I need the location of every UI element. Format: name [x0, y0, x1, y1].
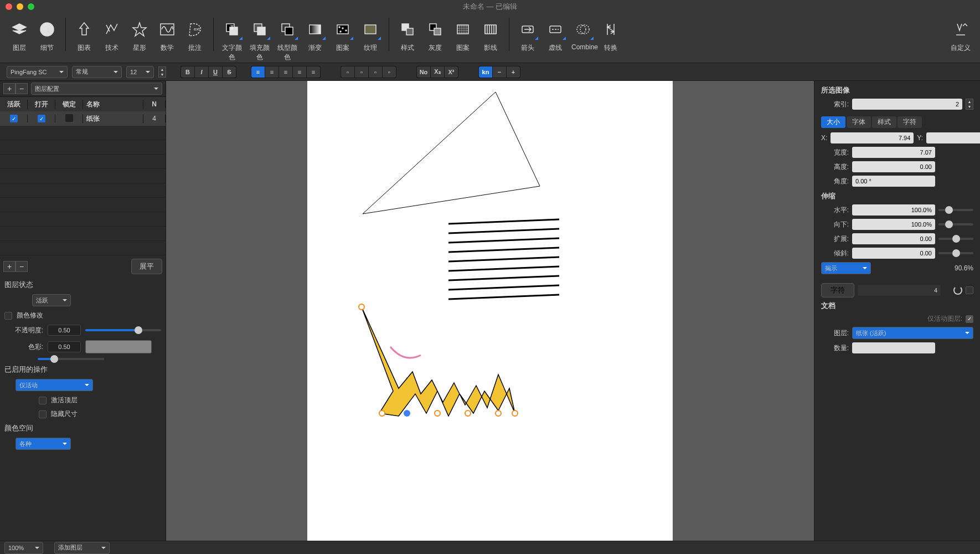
no-script-button[interactable]: No [417, 66, 430, 78]
arrange-2-button[interactable]: ▫ [355, 66, 368, 78]
tab-size[interactable]: 大小 [821, 116, 845, 128]
canvas[interactable] [307, 81, 673, 541]
maximize-window-button[interactable] [28, 3, 34, 10]
tech-icon[interactable] [100, 18, 123, 41]
line-color-icon[interactable] [276, 18, 299, 41]
superscript-button[interactable]: X² [445, 66, 458, 78]
pattern-icon[interactable] [331, 18, 354, 41]
arrange-4-button[interactable]: ▫ [383, 66, 396, 78]
expand-input[interactable] [852, 233, 935, 244]
align-right-button[interactable]: ≡ [279, 66, 292, 78]
gradient-icon[interactable] [303, 18, 327, 41]
color-mod-checkbox[interactable] [4, 312, 12, 320]
tab-char[interactable]: 字符 [898, 116, 922, 128]
text-color-icon[interactable]: T [220, 18, 244, 41]
reload-icon[interactable] [953, 286, 962, 295]
align-left-button[interactable]: ≡ [251, 66, 265, 78]
x-input[interactable] [831, 132, 914, 143]
opacity-slider[interactable] [85, 329, 161, 331]
remove-state-button[interactable]: − [16, 261, 28, 272]
index-input[interactable] [852, 99, 962, 110]
underline-button[interactable]: U [209, 66, 222, 78]
layer-config-dropdown[interactable]: 图层配置 [31, 83, 162, 95]
arrow-icon[interactable] [516, 18, 539, 41]
activate-top-checkbox[interactable] [39, 397, 47, 404]
layer-row-paper[interactable]: ✓ ✓ 纸张 4 [0, 111, 166, 126]
open-checkbox[interactable]: ✓ [38, 115, 45, 122]
lock-checkbox[interactable] [65, 114, 73, 122]
count-input[interactable] [852, 342, 935, 353]
arrange-1-button[interactable]: ▫ [341, 66, 354, 78]
strike-button[interactable]: S [223, 66, 236, 78]
minimize-window-button[interactable] [17, 3, 23, 10]
close-window-button[interactable] [6, 3, 12, 10]
pattern2-icon[interactable] [451, 18, 474, 41]
grayscale-icon[interactable] [424, 18, 447, 41]
italic-button[interactable]: I [195, 66, 208, 78]
fill-color-icon[interactable] [248, 18, 271, 41]
char-checkbox[interactable] [966, 286, 973, 294]
annotate-icon[interactable]: ext [183, 18, 207, 41]
active-state-dropdown[interactable]: 活跃 [32, 294, 71, 306]
skew-slider[interactable] [938, 252, 973, 254]
math-icon[interactable] [156, 18, 179, 41]
subscript-button[interactable]: X₂ [431, 66, 444, 78]
kern-plus-button[interactable]: + [507, 66, 520, 78]
remove-layer-button[interactable]: − [16, 83, 28, 94]
align-justify-button[interactable]: ≡ [293, 66, 306, 78]
colorspace-dropdown[interactable]: 各种 [16, 438, 71, 450]
layers-icon[interactable] [8, 18, 31, 41]
active-checkbox[interactable]: ✓ [10, 115, 18, 122]
hatch-icon[interactable] [479, 18, 502, 41]
add-layer-dropdown[interactable]: 添加图层 [54, 542, 110, 554]
custom-icon[interactable] [949, 18, 972, 41]
zoom-dropdown[interactable]: 100% [4, 542, 43, 554]
detail-icon[interactable]: d [35, 18, 59, 41]
add-state-button[interactable]: + [3, 261, 16, 272]
font-family-dropdown[interactable]: PingFang SC [7, 66, 68, 78]
transform-icon[interactable] [599, 18, 622, 41]
tab-style[interactable]: 样式 [872, 116, 896, 128]
tab-font[interactable]: 字体 [847, 116, 871, 128]
bold-button[interactable]: B [181, 66, 194, 78]
char-input[interactable] [858, 285, 941, 296]
font-size-dropdown[interactable]: 12 [126, 66, 154, 78]
font-weight-dropdown[interactable]: 常规 [72, 66, 122, 78]
horiz-slider[interactable] [938, 209, 973, 211]
texture-icon[interactable] [359, 18, 382, 41]
width-input[interactable] [852, 147, 935, 158]
flatten-button[interactable]: 展平 [131, 259, 162, 274]
layer-sel-dropdown[interactable]: 纸张 (活跃) [852, 327, 973, 339]
hide-size-checkbox[interactable] [39, 411, 47, 418]
star-icon[interactable] [128, 18, 151, 41]
angle-input[interactable] [852, 176, 935, 187]
only-active-dropdown[interactable]: 仅活动 [16, 379, 93, 391]
only-active-layer-checkbox[interactable]: ✓ [966, 315, 973, 323]
char-button[interactable]: 字符 [821, 283, 854, 297]
vert-slider[interactable] [938, 223, 973, 225]
dashed-icon[interactable] [544, 18, 567, 41]
expand-slider[interactable] [938, 238, 973, 240]
vert-input[interactable] [852, 219, 935, 230]
index-stepper[interactable]: ▲▼ [966, 99, 973, 110]
y-input[interactable] [926, 132, 980, 143]
height-input[interactable] [852, 161, 935, 172]
color-swatch[interactable] [85, 340, 152, 353]
skew-input[interactable] [852, 248, 935, 259]
horiz-input[interactable] [852, 204, 935, 216]
align-center-button[interactable]: ≡ [265, 66, 278, 78]
add-layer-button[interactable]: + [3, 83, 16, 94]
opacity-input[interactable] [48, 325, 81, 336]
align-distribute-button[interactable]: ≡ [307, 66, 320, 78]
color-slider[interactable] [38, 358, 104, 360]
kern-minus-button[interactable]: − [493, 66, 506, 78]
style-icon[interactable] [396, 18, 419, 41]
color-input[interactable] [48, 341, 81, 352]
combine-icon[interactable] [571, 18, 595, 41]
arrange-3-button[interactable]: ▫ [369, 66, 382, 78]
display-dropdown[interactable]: 揭示 [821, 262, 871, 274]
font-size-stepper[interactable]: ▲▼ [158, 66, 166, 78]
chart-icon[interactable] [73, 18, 96, 41]
kn-button[interactable]: kn [479, 66, 492, 78]
svg-text:ext: ext [194, 27, 200, 32]
